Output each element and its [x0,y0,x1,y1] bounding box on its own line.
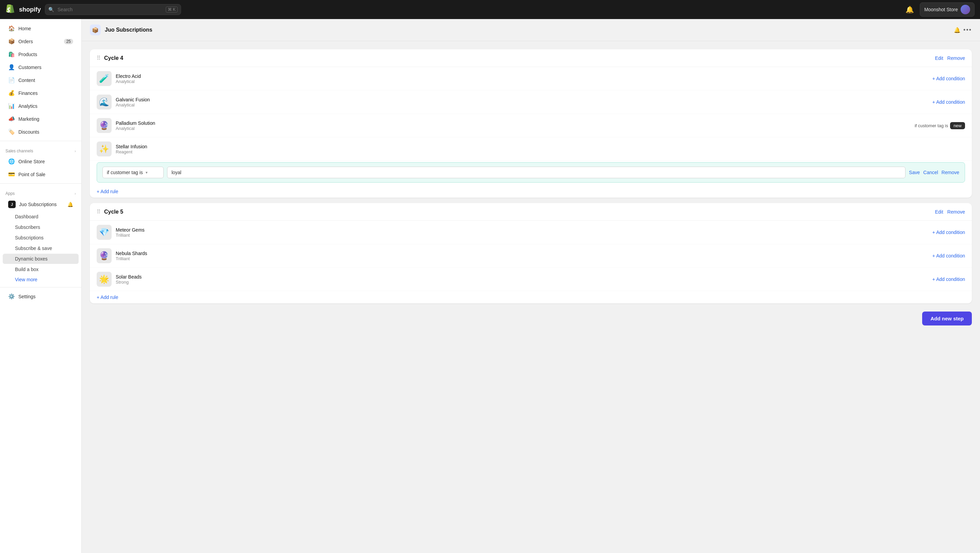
sidebar-label-settings: Settings [18,294,36,299]
sidebar-item-analytics[interactable]: 📊 Analytics [3,100,79,112]
online-store-icon: 🌐 [8,158,15,165]
condition-value-badge-palladium: new [950,122,965,129]
main-layout: 🏠 Home 📦 Orders 25 🛍️ Products 👤 Custome… [0,19,980,553]
search-bar[interactable]: 🔍 ⌘ K [45,4,181,15]
add-condition-meteor-gems-button[interactable]: + Add condition [932,230,965,235]
product-row-stellar-infusion: ✨ Stellar Infusion Reagent [90,137,972,161]
product-category-solar-beads: Strong [116,280,932,284]
product-emoji-nebula-shards: 🔮 [99,251,109,261]
add-condition-solar-beads-button[interactable]: + Add condition [932,276,965,282]
sidebar-subitem-label-dashboard: Dashboard [15,214,38,219]
cycle-4-add-rule-button[interactable]: + Add rule [97,189,118,194]
cycle-4-remove-button[interactable]: Remove [947,56,965,61]
topnav-right: 🔔 Moonshot Store [904,2,975,17]
sidebar-item-content[interactable]: 📄 Content [3,74,79,86]
product-info-meteor-gems: Meteor Gems Trilliant [116,227,932,238]
header-more-icon[interactable]: ••• [963,27,972,34]
cycle-4-card: ⠿ Cycle 4 Edit Remove 🧪 Electro Acid Ana… [90,49,972,198]
settings-icon: ⚙️ [8,293,15,300]
product-info-palladium-solution: Palladium Solution Analytical [116,121,915,131]
add-new-step-button[interactable]: Add new step [922,311,972,326]
sidebar-label-products: Products [18,52,37,57]
condition-tag-palladium: if customer tag is new [915,122,965,129]
apps-arrow-icon: › [75,191,76,195]
sidebar-item-online-store[interactable]: 🌐 Online Store [3,155,79,168]
product-category-meteor-gems: Trilliant [116,233,932,238]
sidebar-subitem-subscriptions[interactable]: Subscriptions [3,233,79,243]
add-condition-electro-acid-button[interactable]: + Add condition [932,76,965,81]
sales-channels-label: Sales channels [5,149,33,153]
page-header: 📦 Juo Subscriptions 🔔 ••• [82,19,980,41]
apps-section: Apps › [0,186,81,197]
sidebar-divider-1 [0,141,81,141]
cycle-5-add-rule-button[interactable]: + Add rule [97,294,118,300]
condition-cancel-button[interactable]: Cancel [923,170,938,175]
sidebar-label-online-store: Online Store [18,159,45,164]
condition-type-select[interactable]: if customer tag is ▾ [102,167,164,178]
cycle-4-drag-handle[interactable]: ⠿ [97,55,101,61]
sidebar-label-orders: Orders [18,39,33,44]
shopify-logo-text: shopify [19,6,41,13]
store-avatar [961,5,970,14]
header-bell-icon[interactable]: 🔔 [954,27,961,33]
sidebar-label-finances: Finances [18,91,38,96]
sidebar-item-settings[interactable]: ⚙️ Settings [3,290,79,303]
sidebar-item-juo-subscriptions[interactable]: J Juo Subscriptions 🔔 [3,198,79,211]
sidebar-divider-3 [0,287,81,288]
sidebar-item-discounts[interactable]: 🏷️ Discounts [3,126,79,138]
sidebar-label-content: Content [18,78,35,83]
product-category-nebula-shards: Trilliant [116,256,932,261]
sidebar-label-marketing: Marketing [18,116,39,122]
product-row-galvanic-fusion: 🌊 Galvanic Fusion Analytical + Add condi… [90,91,972,114]
product-row-meteor-gems: 💎 Meteor Gems Trilliant + Add condition [90,221,972,244]
sidebar-item-products[interactable]: 🛍️ Products [3,48,79,60]
cycle-4-edit-button[interactable]: Edit [935,56,943,61]
product-row-electro-acid: 🧪 Electro Acid Analytical + Add conditio… [90,67,972,91]
cycle-5-remove-button[interactable]: Remove [947,209,965,215]
add-condition-nebula-shards-button[interactable]: + Add condition [932,253,965,259]
product-name-electro-acid: Electro Acid [116,73,932,79]
sidebar-subitem-dynamic-boxes[interactable]: Dynamic boxes [3,254,79,264]
point-of-sale-icon: 💳 [8,171,15,178]
sales-channels-arrow-icon: › [75,149,76,153]
product-emoji-solar-beads: 🌟 [99,275,109,284]
app-notification-bell-icon: 🔔 [67,202,73,207]
top-navigation: shopify 🔍 ⌘ K 🔔 Moonshot Store [0,0,980,19]
store-selector-button[interactable]: Moonshot Store [920,2,975,17]
sidebar-item-point-of-sale[interactable]: 💳 Point of Sale [3,168,79,181]
condition-save-button[interactable]: Save [909,170,920,175]
sidebar-item-home[interactable]: 🏠 Home [3,22,79,35]
page-title: Juo Subscriptions [105,27,153,33]
product-name-meteor-gems: Meteor Gems [116,227,932,233]
notification-bell-icon[interactable]: 🔔 [904,3,916,16]
product-name-solar-beads: Solar Beads [116,274,932,280]
sidebar-item-customers[interactable]: 👤 Customers [3,61,79,73]
product-thumb-solar-beads: 🌟 [97,272,111,287]
search-input[interactable] [45,4,181,15]
condition-value-input[interactable] [167,167,905,178]
main-content: ⠿ Cycle 4 Edit Remove 🧪 Electro Acid Ana… [82,41,980,339]
sidebar-subitem-dashboard[interactable]: Dashboard [3,211,79,222]
sidebar-subitem-subscribers[interactable]: Subscribers [3,222,79,232]
sidebar-item-marketing[interactable]: 📣 Marketing [3,113,79,125]
product-name-palladium-solution: Palladium Solution [116,121,915,126]
content-icon: 📄 [8,77,15,83]
condition-tag-text-palladium: if customer tag is [915,123,948,128]
view-more-link[interactable]: View more [3,275,79,284]
condition-edit-row-stellar: if customer tag is ▾ Save Cancel Remove [97,162,965,183]
product-row-palladium-solution: 🔮 Palladium Solution Analytical if custo… [90,114,972,137]
product-thumb-meteor-gems: 💎 [97,225,111,240]
add-condition-galvanic-fusion-button[interactable]: + Add condition [932,99,965,105]
cycle-5-edit-button[interactable]: Edit [935,209,943,215]
cycle-4-title: Cycle 4 [104,55,123,61]
product-emoji-galvanic-fusion: 🌊 [99,97,109,107]
condition-remove-button[interactable]: Remove [942,170,959,175]
sidebar-label-discounts: Discounts [18,129,39,135]
sidebar-item-finances[interactable]: 💰 Finances [3,87,79,99]
sidebar-subitem-subscribe-save[interactable]: Subscribe & save [3,243,79,253]
shopify-logo[interactable]: shopify [5,4,41,15]
cycle-5-drag-handle[interactable]: ⠿ [97,208,101,215]
sidebar-item-orders[interactable]: 📦 Orders 25 [3,35,79,48]
product-thumb-galvanic-fusion: 🌊 [97,95,111,110]
sidebar-subitem-build-a-box[interactable]: Build a box [3,264,79,275]
